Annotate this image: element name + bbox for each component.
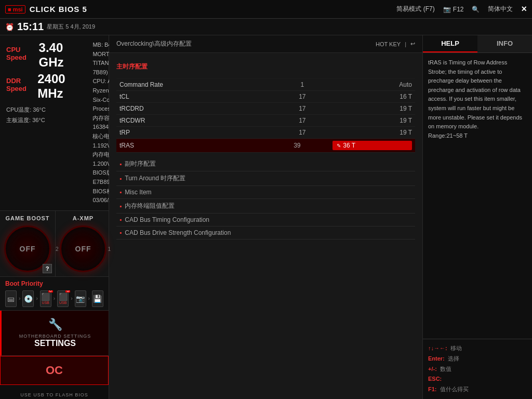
- search-button[interactable]: 🔍: [472, 6, 480, 13]
- row-name: tRP: [119, 129, 266, 136]
- table-header: [116, 74, 415, 79]
- right-tabs: HELP INFO: [423, 35, 532, 53]
- row-val2: 16 T: [339, 93, 412, 100]
- table-row[interactable]: tRP1719 T: [116, 127, 415, 139]
- row-val1: 17: [266, 117, 339, 124]
- mflash-sublabel: Use USB to flash BIOS: [20, 392, 88, 397]
- right-panel: HELP INFO tRAS is Timing of Row Address …: [423, 35, 532, 399]
- ddr-speed-value: 2400 MHz: [37, 72, 77, 101]
- game-boost-label: GAME BOOST: [5, 215, 49, 221]
- tab-help[interactable]: HELP: [423, 35, 477, 52]
- table-row[interactable]: Command Rate1Auto: [116, 79, 415, 91]
- ddr-speed-row: DDR Speed 2400 MHz: [6, 72, 77, 101]
- cpu-temp-label: CPU温度:: [6, 107, 31, 113]
- dial-num-left: 2: [56, 246, 59, 251]
- tab-info[interactable]: INFO: [477, 35, 532, 52]
- game-boost-section[interactable]: GAME BOOST OFF ?: [0, 211, 56, 276]
- search-icon: 🔍: [472, 6, 480, 13]
- expandable-row[interactable]: ▪Turn Around 时序配置: [116, 171, 415, 186]
- axmp-section[interactable]: A-XMP 2 OFF 1: [56, 211, 111, 276]
- breadcrumb: Overclocking\高级内存配置: [116, 39, 192, 48]
- logo-area: ■ msi CLICK BIOS 5: [5, 5, 87, 14]
- language-button[interactable]: 简体中文: [488, 5, 513, 14]
- msi-text: ■ msi: [8, 6, 23, 12]
- game-boost-help-button[interactable]: ?: [43, 264, 52, 273]
- expand-icon: ▪: [119, 189, 122, 196]
- boot-device-4[interactable]: 📷: [75, 290, 86, 307]
- expandable-row[interactable]: ▪内存终端阻值配置: [116, 199, 415, 214]
- main-content: CPU Speed 3.40 GHz DDR Speed 2400 MHz CP…: [0, 35, 532, 399]
- sidebar-item-settings[interactable]: 🔧 Motherboard settings SETTINGS: [0, 311, 109, 356]
- boot-priority-area: Boot Priority 🖴 › 💿 › U ⬛ USB › U ⬛ USB …: [0, 277, 109, 311]
- help-content: tRAS is Timing of Row Address Strobe; th…: [423, 53, 532, 339]
- usb-icon: ⬛: [41, 292, 50, 301]
- boost-area: GAME BOOST OFF ? A-XMP 2 OFF 1: [0, 211, 109, 277]
- table-row[interactable]: tCL1716 T: [116, 91, 415, 103]
- table-row[interactable]: tRCDRD1719 T: [116, 103, 415, 115]
- temps-area: CPU温度: 36°C 主板温度: 36°C: [6, 105, 77, 126]
- cpu-ddr-speed: CPU Speed 3.40 GHz DDR Speed 2400 MHz CP…: [6, 41, 77, 205]
- boot-priority-label: Boot Priority: [5, 280, 103, 287]
- key-hint-enter: Enter: 选择: [428, 354, 527, 364]
- table-row[interactable]: tRAS39✎ 36 T: [116, 139, 415, 153]
- boot-priority-devices: 🖴 › 💿 › U ⬛ USB › U ⬛ USB › 📷 › 💾: [5, 290, 103, 307]
- boot-device-1[interactable]: 💿: [22, 290, 34, 307]
- language-label: 简体中文: [488, 5, 513, 14]
- cpu-speed-row: CPU Speed 3.40 GHz: [6, 41, 77, 70]
- hotkey-label[interactable]: HOT KEY: [376, 41, 401, 47]
- row-name: tRCDWR: [119, 117, 266, 124]
- settings-icon: 🔧: [48, 318, 62, 331]
- easy-mode-button[interactable]: 简易模式 (F7): [396, 5, 434, 14]
- expand-icon: ▪: [119, 175, 122, 182]
- mb-temp: 主板温度: 36°C: [6, 115, 77, 126]
- enter-key: Enter:: [428, 354, 445, 364]
- axmp-dial[interactable]: 2 OFF 1: [60, 225, 107, 272]
- row-val1: 17: [266, 129, 339, 136]
- optical-icon: 💿: [24, 295, 33, 303]
- expand-icon: ▪: [119, 216, 122, 223]
- expand-icon: ▪: [119, 161, 122, 168]
- sidebar-item-mflash[interactable]: Use USB to flash BIOS M-FLASH: [0, 385, 109, 399]
- axmp-dial-face: OFF: [60, 225, 107, 272]
- f12-button[interactable]: 📷 F12: [443, 6, 464, 13]
- left-nav: 🔧 Motherboard settings SETTINGS OC Use U…: [0, 311, 109, 399]
- boot-device-3[interactable]: U ⬛ USB: [57, 290, 69, 307]
- cpu-temp: CPU温度: 36°C: [6, 105, 77, 115]
- boot-device-5[interactable]: 💾: [92, 290, 103, 307]
- expandable-label: CAD Bus Timing Configuration: [125, 216, 209, 223]
- cpu-speed-label: CPU Speed: [6, 46, 35, 61]
- speed-bar: CPU Speed 3.40 GHz DDR Speed 2400 MHz CP…: [0, 35, 109, 211]
- cpu-temp-value: 36°C: [33, 107, 46, 113]
- back-button[interactable]: ↩: [410, 41, 415, 47]
- expandable-label: Turn Around 时序配置: [125, 174, 185, 183]
- settings-sublabel: Motherboard settings: [19, 334, 91, 339]
- expandable-row[interactable]: ▪CAD Bus Drive Strength Configuration: [116, 227, 415, 240]
- top-bar: ■ msi CLICK BIOS 5 简易模式 (F7) 📷 F12 🔍 简体中…: [0, 0, 532, 19]
- time-display: 15:11: [17, 21, 44, 33]
- key-hint-esc: ESC:: [428, 374, 527, 384]
- boot-device-2[interactable]: U ⬛ USB: [40, 290, 51, 307]
- usb-badge: U: [65, 290, 70, 292]
- section-label: 主时序配置: [116, 62, 415, 71]
- divider: |: [405, 41, 406, 47]
- boot-arrow: ›: [88, 296, 90, 301]
- dial-num-right: 1: [108, 246, 111, 251]
- expandable-row[interactable]: ▪Misc Item: [116, 186, 415, 199]
- plusminus-desc: 数值: [440, 364, 451, 375]
- cpu-speed-value: 3.40 GHz: [39, 41, 77, 70]
- key-hints: ↑↓→←: 移动 Enter: 选择 +/-: 数值 ESC: F1: 值什么得…: [423, 339, 532, 399]
- expandable-row[interactable]: ▪CAD Bus Timing Configuration: [116, 214, 415, 227]
- boot-arrow: ›: [19, 296, 20, 301]
- f1-key: F1:: [428, 384, 437, 395]
- boot-device-0[interactable]: 🖴: [5, 290, 17, 307]
- expand-icon: ▪: [119, 229, 122, 236]
- table-row[interactable]: tRCDWR1719 T: [116, 115, 415, 127]
- sidebar-item-oc[interactable]: OC: [0, 356, 109, 385]
- ddr-speed-label: DDR Speed: [6, 77, 33, 92]
- move-desc: 移动: [450, 343, 462, 354]
- expandable-container: ▪副时序配置▪Turn Around 时序配置▪Misc Item▪内存终端阻值…: [116, 157, 415, 240]
- close-button[interactable]: ×: [521, 4, 527, 15]
- expandable-label: Misc Item: [125, 189, 151, 196]
- clock-icon: ⏰: [5, 23, 14, 31]
- expandable-row[interactable]: ▪副时序配置: [116, 157, 415, 171]
